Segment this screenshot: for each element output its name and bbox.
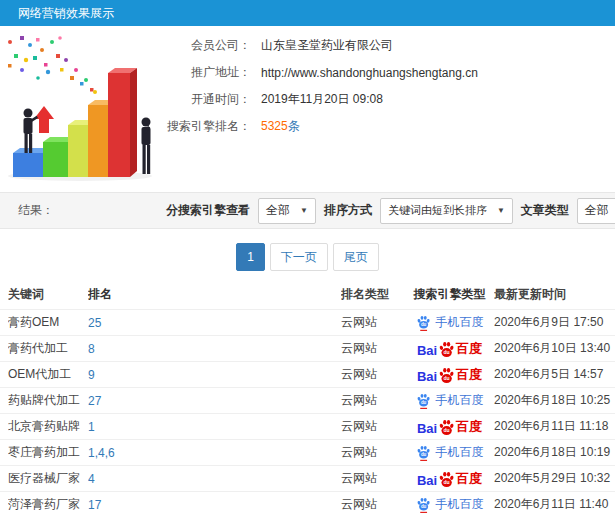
engine-cell: du Bai du 百度	[405, 470, 494, 488]
rank-link[interactable]: 8	[88, 342, 341, 356]
table-body: 膏药OEM 25 云网站 du 手机百度 Bai	[0, 309, 615, 517]
mobile-baidu-label: 手机百度	[436, 444, 484, 461]
engine-cell: du Bai du 百度	[405, 366, 494, 384]
keyword-cell: 膏药OEM	[8, 314, 88, 331]
baidu-bai-text: Bai	[417, 369, 437, 384]
opened-time-label: 开通时间：	[163, 91, 251, 108]
header-rank-type: 排名类型	[341, 286, 405, 303]
updated-cell: 2020年6月11日 11:40	[494, 496, 615, 513]
engine-filter-label: 分搜索引擎查看	[166, 202, 250, 219]
page-title: 网络营销效果展示	[18, 6, 114, 20]
baidu-paw-icon-red: du	[438, 367, 455, 384]
svg-text:du: du	[444, 375, 450, 381]
mobile-baidu-logo: du 手机百度	[416, 392, 484, 409]
growth-arrow-icon	[34, 106, 54, 133]
chevron-down-icon: ▼	[300, 206, 308, 215]
rank-type-cell: 云网站	[341, 444, 405, 461]
rank-link[interactable]: 27	[88, 394, 341, 408]
company-link[interactable]: 山东皇圣堂药业有限公司	[261, 37, 393, 54]
keyword-cell: 药贴牌代加工	[8, 392, 88, 409]
rank-link[interactable]: 25	[88, 316, 341, 330]
updated-cell: 2020年6月10日 13:40	[494, 340, 615, 357]
baidu-paw-icon-blue: du	[416, 497, 431, 513]
rank-type-cell: 云网站	[341, 470, 405, 487]
rank-type-cell: 云网站	[341, 392, 405, 409]
page-1-button[interactable]: 1	[236, 243, 265, 271]
baidu-paw-icon-blue: du	[416, 445, 431, 461]
rank-link[interactable]: 9	[88, 368, 341, 382]
promo-url-label: 推广地址：	[163, 64, 251, 81]
chevron-down-icon: ▼	[497, 206, 505, 215]
opened-time-row: 开通时间： 2019年11月20日 09:08	[163, 86, 478, 113]
table-row: OEM代加工 9 云网站 du Bai	[0, 361, 615, 387]
keyword-cell: 医疗器械厂家	[8, 470, 88, 487]
header-rank: 排名	[88, 286, 341, 303]
baidu-cn-text: 百度	[456, 366, 482, 384]
last-page-button[interactable]: 尾页	[333, 243, 379, 271]
sort-filter-select[interactable]: 关键词由短到长排序 ▼	[380, 198, 513, 224]
engine-cell: du 手机百度 Bai du 百度	[405, 444, 494, 461]
opened-time-value: 2019年11月20日 09:08	[261, 91, 383, 108]
engine-cell: du Bai du 百度	[405, 340, 494, 358]
rank-link[interactable]: 17	[88, 498, 341, 512]
baidu-paw-icon-blue: du	[416, 393, 431, 409]
baidu-paw-icon-blue: du	[416, 315, 431, 331]
table-row: 医疗器械厂家 4 云网站 du Bai	[0, 465, 615, 491]
svg-text:du: du	[420, 504, 426, 509]
company-row: 会员公司： 山东皇圣堂药业有限公司	[163, 32, 478, 59]
keyword-cell: 膏药代加工	[8, 340, 88, 357]
updated-cell: 2020年6月9日 17:50	[494, 314, 615, 331]
header-engine-type: 搜索引擎类型	[405, 286, 494, 303]
next-page-button[interactable]: 下一页	[270, 243, 328, 271]
businessman-figure-left	[24, 109, 39, 154]
svg-text:du: du	[444, 349, 450, 355]
keyword-cell: 北京膏药贴牌	[8, 418, 88, 435]
mobile-baidu-logo: du 手机百度	[416, 496, 484, 513]
engine-filter-select[interactable]: 全部 ▼	[258, 198, 316, 224]
updated-cell: 2020年6月11日 11:18	[494, 418, 615, 435]
baidu-cn-text: 百度	[456, 418, 482, 436]
baidu-cn-text: 百度	[456, 340, 482, 358]
table-row: 北京膏药贴牌 1 云网站 du Bai	[0, 413, 615, 439]
filter-controls: 分搜索引擎查看 全部 ▼ 排序方式 关键词由短到长排序 ▼ 文章类型 全部 ▼ …	[166, 197, 615, 225]
baidu-logo: Bai du 百度	[417, 366, 482, 384]
table-header-row: 关键词 排名 排名类型 搜索引擎类型 最新更新时间	[0, 279, 615, 309]
baidu-bai-text: Bai	[417, 473, 437, 488]
mobile-baidu-logo: du 手机百度	[416, 314, 484, 331]
account-info-list: 会员公司： 山东皇圣堂药业有限公司 推广地址： http://www.shand…	[163, 32, 478, 140]
svg-text:du: du	[444, 427, 450, 433]
sort-filter-value: 关键词由短到长排序	[388, 203, 487, 218]
businessman-figure-right	[142, 118, 151, 175]
rank-link[interactable]: 1,4,6	[88, 446, 341, 460]
promo-url-row: 推广地址： http://www.shandonghuangshengtang.…	[163, 59, 478, 86]
result-label: 结果：	[18, 202, 54, 219]
engine-rank-label: 搜索引擎排名：	[163, 118, 251, 135]
baidu-bai-text: Bai	[417, 343, 437, 358]
article-type-select[interactable]: 全部 ▼	[577, 198, 615, 224]
pagination: 1 下一页 尾页	[0, 243, 615, 271]
svg-text:du: du	[420, 452, 426, 457]
mobile-baidu-label: 手机百度	[436, 314, 484, 331]
promo-url-link[interactable]: http://www.shandonghuangshengtang.cn	[261, 66, 478, 80]
table-row: 膏药OEM 25 云网站 du 手机百度 Bai	[0, 309, 615, 335]
keyword-cell: 菏泽膏药厂家	[8, 496, 88, 513]
sort-filter-label: 排序方式	[324, 202, 372, 219]
engine-rank-row: 搜索引擎排名： 5325条	[163, 113, 478, 140]
article-type-label: 文章类型	[521, 202, 569, 219]
svg-text:du: du	[420, 400, 426, 405]
svg-text:du: du	[444, 479, 450, 485]
company-label: 会员公司：	[163, 37, 251, 54]
mobile-baidu-label: 手机百度	[436, 392, 484, 409]
rank-unit: 条	[288, 119, 300, 133]
engine-cell: du Bai du 百度	[405, 418, 494, 436]
rank-link[interactable]: 1	[88, 420, 341, 434]
baidu-logo: Bai du 百度	[417, 340, 482, 358]
rank-type-cell: 云网站	[341, 314, 405, 331]
rank-link[interactable]: 4	[88, 472, 341, 486]
table-row: 菏泽膏药厂家 17 云网站 du 手机百度 Bai	[0, 491, 615, 517]
baidu-paw-icon-red: du	[438, 471, 455, 488]
keyword-cell: OEM代加工	[8, 366, 88, 383]
article-type-value: 全部	[585, 202, 609, 219]
table-row: 枣庄膏药加工 1,4,6 云网站 du 手机百度 Bai	[0, 439, 615, 465]
baidu-paw-icon-red: du	[438, 341, 455, 358]
